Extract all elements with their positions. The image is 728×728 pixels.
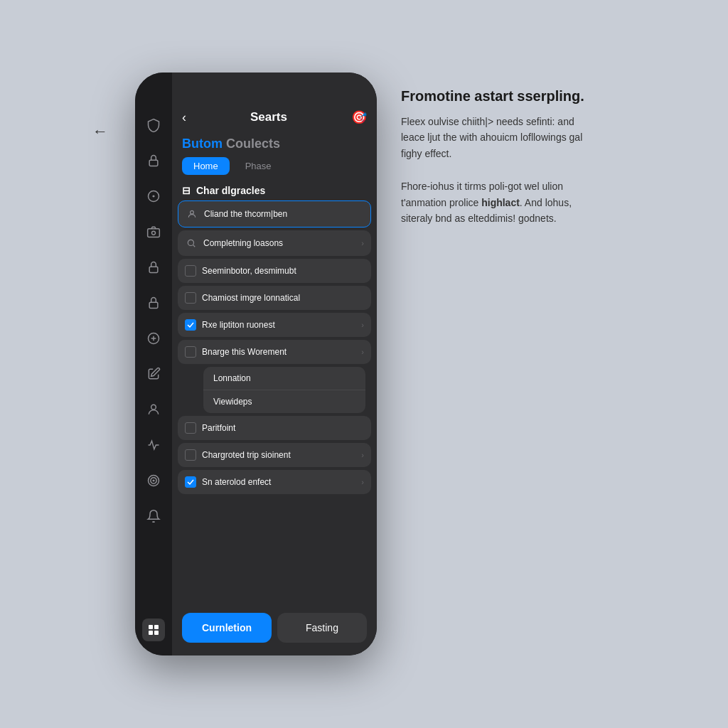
tab-home[interactable]: Home [182, 157, 230, 175]
phone-shell: ‹ Searts 🎯 Butom Coulects Home Phase ⊟ C… [135, 73, 377, 655]
svg-point-19 [188, 240, 193, 245]
dropdown-item-2[interactable]: Viewideps [203, 390, 365, 413]
sidebar-bottom-grid[interactable] [142, 619, 165, 641]
list-item-text-3: Seeminbotor, desmimubt [202, 266, 364, 276]
section-header: ⊟ Char dlgracles [172, 181, 377, 200]
header: ‹ Searts 🎯 [172, 73, 377, 132]
secondary-button[interactable]: Fasting [277, 613, 367, 643]
sidebar-icon-shield[interactable] [144, 115, 164, 135]
sidebar-icon-activity[interactable] [144, 435, 164, 455]
svg-rect-0 [149, 160, 158, 166]
text-heading: Fromotine astart sserpling. [401, 87, 586, 105]
svg-rect-5 [149, 267, 158, 272]
list-item-text-7: Paritfoint [202, 423, 364, 433]
svg-point-8 [151, 405, 156, 410]
sidebar [135, 73, 172, 655]
list-item-text-8: Chargroted trip sioinent [202, 450, 355, 460]
text-body-1: Fleex oulvise chiith|> needs sefinti: an… [401, 114, 586, 161]
header-back-button[interactable]: ‹ [182, 110, 186, 125]
list-item-checkbox-5[interactable] [185, 319, 196, 331]
list-item-2[interactable]: Completning loasons › [178, 230, 371, 256]
list-item-text-4: Chamiost imgre lonnatical [202, 293, 364, 303]
sidebar-icon-camera[interactable] [144, 222, 164, 242]
list-item-5[interactable]: Rxe liptiton ruonest › [178, 313, 371, 337]
svg-rect-13 [154, 625, 159, 629]
arrow-annotation [373, 204, 377, 224]
list: Cliand the thcorm|ben [172, 200, 377, 606]
sidebar-icon-lock[interactable] [144, 151, 164, 171]
list-item-9[interactable]: Sn aterolod enfect › [178, 470, 371, 494]
list-item-checkbox-7[interactable] [185, 422, 196, 434]
tab-section: Butom Coulects Home Phase [172, 132, 377, 181]
section-header-label: Char dlgracles [196, 185, 265, 196]
list-item-3[interactable]: Seeminbotor, desmimubt [178, 259, 371, 283]
list-item-chevron-5: › [361, 321, 364, 329]
svg-rect-6 [149, 302, 158, 308]
tab-label-blue: Butom [182, 136, 223, 151]
dropdown-item-1[interactable]: Lonnation [203, 367, 365, 390]
sidebar-icon-edit[interactable] [144, 364, 164, 384]
tab-section-label: Butom Coulects [182, 136, 367, 151]
list-item-chevron-2: › [361, 239, 364, 247]
list-item-chevron-8: › [361, 451, 364, 459]
list-item-text-1: Cliand the thcorm|ben [204, 209, 363, 219]
text-body-2-bold: highlact [481, 197, 520, 208]
list-item-text-9: Sn aterolod enfect [202, 477, 355, 487]
header-settings-icon[interactable]: 🎯 [351, 109, 367, 125]
list-item-icon-search [185, 237, 198, 250]
svg-rect-15 [154, 631, 159, 635]
tabs-container: Home Phase [182, 157, 367, 175]
svg-point-11 [153, 480, 154, 481]
svg-rect-3 [148, 229, 160, 237]
svg-point-4 [152, 231, 156, 235]
dropdown-menu: Lonnation Viewideps [203, 367, 365, 413]
sidebar-icon-bell[interactable] [144, 506, 164, 526]
svg-point-2 [153, 196, 154, 197]
list-item-text-2: Completning loasons [203, 238, 355, 248]
tab-label-gray: Coulects [223, 136, 280, 151]
list-item-text-5: Rxe liptiton ruonest [202, 320, 355, 330]
list-item-chevron-9: › [361, 478, 364, 486]
list-item-7[interactable]: Paritfoint [178, 416, 371, 440]
sidebar-icon-circle[interactable] [144, 186, 164, 206]
list-item-checkbox-4[interactable] [185, 292, 196, 304]
svg-rect-14 [149, 631, 153, 635]
sidebar-icon-person[interactable] [144, 400, 164, 419]
list-item-checkbox-8[interactable] [185, 449, 196, 461]
list-item-4[interactable]: Chamiost imgre lonnatical [178, 286, 371, 310]
svg-point-16 [191, 210, 194, 214]
tab-phase[interactable]: Phase [234, 157, 283, 175]
list-item-checkbox-3[interactable] [185, 265, 196, 277]
list-item-6[interactable]: Bnarge this Worement › [178, 340, 371, 364]
text-panel: Fromotine astart sserpling. Fleex oulvis… [394, 73, 593, 240]
sidebar-icon-lock2[interactable] [144, 257, 164, 277]
header-title: Searts [250, 110, 287, 124]
list-item-8[interactable]: Chargroted trip sioinent › [178, 443, 371, 467]
outside-back-arrow[interactable]: ← [92, 122, 108, 141]
bottom-buttons: Curnletion Fasting [172, 606, 377, 655]
main-content: ‹ Searts 🎯 Butom Coulects Home Phase ⊟ C… [172, 73, 377, 655]
sidebar-icon-lock3[interactable] [144, 293, 164, 313]
list-item-1[interactable]: Cliand the thcorm|ben [178, 200, 371, 228]
primary-button[interactable]: Curnletion [182, 613, 272, 643]
svg-rect-12 [149, 625, 153, 629]
svg-line-20 [193, 245, 196, 247]
sidebar-icon-plus-circle[interactable] [144, 328, 164, 348]
list-item-checkbox-9[interactable] [185, 476, 196, 488]
list-item-icon-person [186, 208, 198, 220]
list-item-chevron-6: › [361, 348, 364, 356]
section-header-icon: ⊟ [182, 185, 191, 196]
list-item-text-6: Bnarge this Worement [202, 347, 355, 357]
text-body-2: Fhore-iohus it tirms poli-got wel ulion … [401, 178, 586, 226]
sidebar-icon-target[interactable] [144, 471, 164, 491]
list-item-checkbox-6[interactable] [185, 346, 196, 358]
